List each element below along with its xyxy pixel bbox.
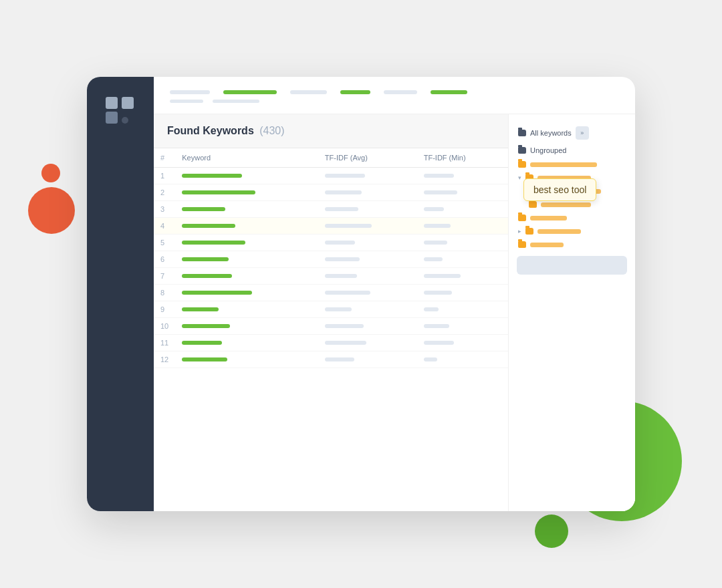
- nav-tab-4[interactable]: [340, 90, 370, 94]
- row-number: 12: [154, 351, 175, 368]
- logo-block-3: [106, 112, 118, 124]
- col-number: #: [154, 148, 175, 168]
- table-row[interactable]: 9: [154, 301, 508, 318]
- nav-sub-tab-2[interactable]: [213, 100, 259, 103]
- row-number: 11: [154, 335, 175, 351]
- panel-all-keywords-label: All keywords: [530, 129, 572, 137]
- row-tfidf-min: [417, 318, 508, 335]
- row-tfidf-avg: [318, 168, 417, 184]
- table-area: Found Keywords (430) # Keyword TF-IDF (A…: [154, 114, 508, 511]
- row-keyword: [175, 335, 318, 351]
- row-number: 10: [154, 318, 175, 335]
- row-tfidf-min: [417, 235, 508, 251]
- row-keyword: [175, 201, 318, 218]
- row-number: 4: [154, 218, 175, 235]
- sidebar: [87, 77, 154, 511]
- expand-icon-4: ▸: [518, 228, 521, 235]
- tooltip-text: best seo tool: [533, 184, 586, 195]
- row-tfidf-min: [417, 184, 508, 201]
- table-row[interactable]: 3: [154, 201, 508, 218]
- row-keyword: [175, 168, 318, 184]
- col-keyword: Keyword: [175, 148, 318, 168]
- table-header-row: # Keyword TF-IDF (Avg) TF-IDF (Min): [154, 148, 508, 168]
- row-keyword: [175, 251, 318, 268]
- group-4-bar: [537, 229, 581, 234]
- right-panel: All keywords » Ungrouped ▾: [508, 114, 635, 511]
- table-row[interactable]: 4: [154, 218, 508, 235]
- bottom-button[interactable]: [517, 256, 627, 275]
- row-keyword: [175, 218, 318, 235]
- nav-tab-3[interactable]: [290, 90, 327, 94]
- nav-tab-5[interactable]: [384, 90, 417, 94]
- tooltip-container: best seo tool: [517, 185, 627, 197]
- panel-ungrouped-label: Ungrouped: [530, 146, 566, 154]
- row-tfidf-avg: [318, 285, 417, 301]
- row-number: 7: [154, 268, 175, 285]
- row-tfidf-min: [417, 301, 508, 318]
- row-tfidf-avg: [318, 201, 417, 218]
- panel-all-keywords[interactable]: All keywords »: [517, 124, 627, 142]
- folder-ungrouped-icon: [518, 147, 526, 154]
- table-row[interactable]: 11: [154, 335, 508, 351]
- logo-block-2: [122, 97, 134, 109]
- table-row[interactable]: 1: [154, 168, 508, 184]
- folder-subgroup-2-icon: [529, 201, 537, 208]
- row-tfidf-min: [417, 168, 508, 184]
- row-tfidf-avg: [318, 251, 417, 268]
- row-keyword: [175, 235, 318, 251]
- panel-ungrouped[interactable]: Ungrouped: [517, 144, 627, 157]
- logo-block-1: [106, 97, 118, 109]
- row-number: 8: [154, 285, 175, 301]
- table-row[interactable]: 8: [154, 285, 508, 301]
- bg-circle-orange: [28, 187, 75, 234]
- nav-tab-6[interactable]: [431, 90, 467, 94]
- row-number: 5: [154, 235, 175, 251]
- row-number: 6: [154, 251, 175, 268]
- nav-tab-1[interactable]: [170, 90, 210, 94]
- folder-all-keywords-icon: [518, 130, 526, 136]
- row-tfidf-avg: [318, 301, 417, 318]
- table-row[interactable]: 2: [154, 184, 508, 201]
- table-row[interactable]: 10: [154, 318, 508, 335]
- table-row[interactable]: 12: [154, 351, 508, 368]
- chevron-button[interactable]: »: [576, 126, 589, 140]
- group-3-bar: [530, 216, 567, 220]
- table-row[interactable]: 5: [154, 235, 508, 251]
- panel-group-4[interactable]: ▸: [517, 225, 627, 237]
- table-row[interactable]: 6: [154, 251, 508, 268]
- row-number: 3: [154, 201, 175, 218]
- row-tfidf-min: [417, 201, 508, 218]
- table-header-section: Found Keywords (430): [154, 114, 508, 148]
- row-keyword: [175, 318, 318, 335]
- panel-group-5[interactable]: [517, 239, 627, 251]
- subgroup-2-bar: [541, 202, 591, 207]
- row-keyword: [175, 184, 318, 201]
- row-tfidf-avg: [318, 335, 417, 351]
- panel-group-1[interactable]: [517, 158, 627, 170]
- panel-group-3[interactable]: [517, 212, 627, 224]
- row-tfidf-avg: [318, 184, 417, 201]
- top-nav: [154, 77, 635, 114]
- nav-sub-tab-1[interactable]: [170, 100, 203, 103]
- row-tfidf-avg: [318, 268, 417, 285]
- folder-group-1-icon: [518, 161, 526, 168]
- row-tfidf-min: [417, 335, 508, 351]
- keyword-tooltip: best seo tool: [523, 178, 596, 201]
- row-tfidf-avg: [318, 351, 417, 368]
- keywords-table: # Keyword TF-IDF (Avg) TF-IDF (Min) 1234…: [154, 148, 508, 368]
- row-tfidf-min: [417, 351, 508, 368]
- row-tfidf-avg: [318, 318, 417, 335]
- nav-tab-2[interactable]: [223, 90, 277, 94]
- row-keyword: [175, 351, 318, 368]
- row-keyword: [175, 301, 318, 318]
- found-keywords-title: Found Keywords: [167, 125, 254, 136]
- found-keywords-count: (430): [259, 125, 284, 136]
- row-tfidf-min: [417, 268, 508, 285]
- row-tfidf-avg: [318, 235, 417, 251]
- nav-sub-tabs: [170, 100, 619, 103]
- nav-tabs: [170, 90, 619, 94]
- main-card: Found Keywords (430) # Keyword TF-IDF (A…: [87, 77, 635, 511]
- row-number: 9: [154, 301, 175, 318]
- folder-group-3-icon: [518, 214, 526, 221]
- table-row[interactable]: 7: [154, 268, 508, 285]
